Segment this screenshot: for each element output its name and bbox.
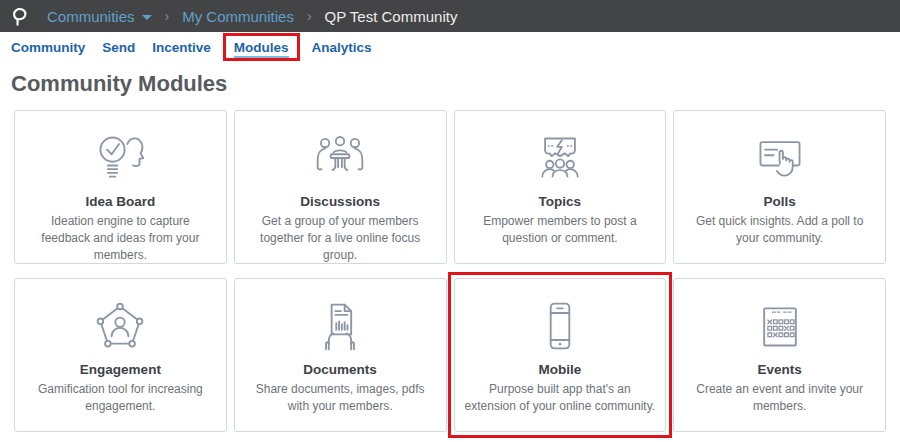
module-description: Empower members to post a question or co… xyxy=(459,213,662,247)
events-icon xyxy=(678,299,881,353)
documents-icon xyxy=(239,299,442,353)
page-title: Community Modules xyxy=(11,71,900,97)
top-bar: Communities › My Communities › QP Test C… xyxy=(0,0,900,32)
module-title: Engagement xyxy=(19,362,222,377)
breadcrumb-separator: › xyxy=(165,8,170,24)
tab-community[interactable]: Community xyxy=(11,40,85,55)
module-title: Discussions xyxy=(239,194,442,209)
module-description: Create an event and invite your members. xyxy=(678,381,881,415)
module-description: Purpose built app that's an extension of… xyxy=(459,381,662,415)
module-description: Get a group of your members together for… xyxy=(239,213,442,263)
logo-p-icon xyxy=(12,5,31,27)
dropdown-caret-icon xyxy=(142,15,152,20)
topics-icon xyxy=(459,131,662,185)
questionpro-logo[interactable] xyxy=(12,5,31,27)
module-card-documents[interactable]: Documents Share documents, images, pdfs … xyxy=(234,278,447,432)
discussions-icon xyxy=(239,131,442,185)
module-description: Get quick insights. Add a poll to your c… xyxy=(678,213,881,247)
tab-send[interactable]: Send xyxy=(102,40,135,55)
polls-icon xyxy=(678,131,881,185)
module-title: Events xyxy=(678,362,881,377)
module-card-engagement[interactable]: Engagement Gamification tool for increas… xyxy=(14,278,227,432)
module-card-polls[interactable]: Polls Get quick insights. Add a poll to … xyxy=(673,110,886,264)
module-card-discussions[interactable]: Discussions Get a group of your members … xyxy=(234,110,447,264)
module-card-events[interactable]: Events Create an event and invite your m… xyxy=(673,278,886,432)
annotation-highlight-modules-tab: Modules xyxy=(223,33,300,61)
idea-board-icon xyxy=(19,131,222,185)
breadcrumb-current-community: QP Test Community xyxy=(325,8,458,25)
module-description: Share documents, images, pdfs with your … xyxy=(239,381,442,415)
module-title: Polls xyxy=(678,194,881,209)
community-nav-tabs: Community Send Incentive Modules Analyti… xyxy=(0,32,900,62)
tab-modules[interactable]: Modules xyxy=(234,40,289,58)
module-title: Documents xyxy=(239,362,442,377)
module-description: Gamification tool for increasing engagem… xyxy=(19,381,222,415)
engagement-icon xyxy=(19,299,222,353)
tab-incentive[interactable]: Incentive xyxy=(152,40,211,55)
module-card-topics[interactable]: Topics Empower members to post a questio… xyxy=(454,110,667,264)
breadcrumb-my-communities[interactable]: My Communities xyxy=(182,8,294,25)
breadcrumb-separator: › xyxy=(307,8,312,24)
module-card-mobile[interactable]: Mobile Purpose built app that's an exten… xyxy=(454,278,667,432)
mobile-icon xyxy=(459,299,662,353)
communities-menu-label: Communities xyxy=(47,8,135,25)
communities-menu[interactable]: Communities xyxy=(47,8,152,25)
module-title: Topics xyxy=(459,194,662,209)
module-card-idea-board[interactable]: Idea Board Ideation engine to capture fe… xyxy=(14,110,227,264)
module-description: Ideation engine to capture feedback and … xyxy=(19,213,222,263)
module-title: Mobile xyxy=(459,362,662,377)
tab-analytics[interactable]: Analytics xyxy=(312,40,372,55)
module-grid: Idea Board Ideation engine to capture fe… xyxy=(14,110,886,432)
module-title: Idea Board xyxy=(19,194,222,209)
